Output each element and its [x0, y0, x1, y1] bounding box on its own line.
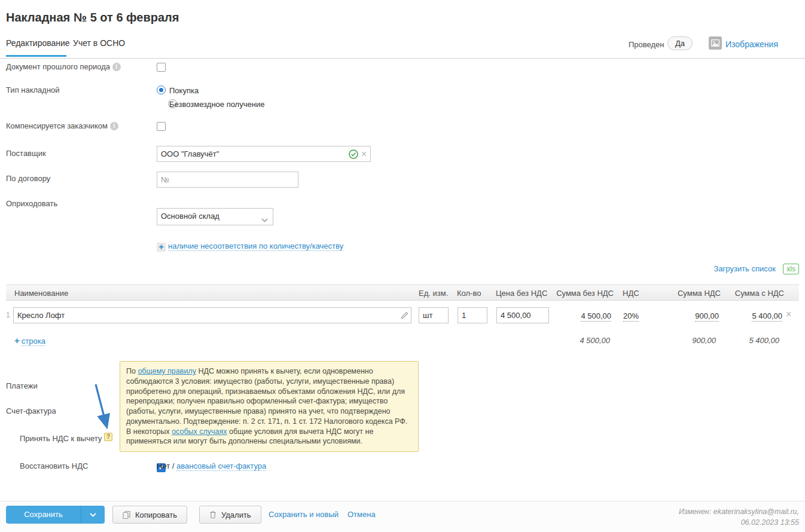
special-cases-link[interactable]: особых случаях	[172, 427, 227, 436]
tooltip-text: НДС можно принять к вычету, если одновре…	[126, 367, 407, 436]
delete-button-label: Удалить	[221, 510, 251, 519]
radio-purchase[interactable]	[157, 85, 166, 94]
footer-bar: Сохранить Копировать Удалить Сохранить и…	[0, 501, 805, 532]
plus-icon: +	[14, 335, 20, 346]
compensated-checkbox[interactable]	[157, 122, 166, 131]
invoice-edit-page: Накладная № 5 от 6 февраля Редактировани…	[0, 0, 805, 532]
radio-purchase-label[interactable]: Покупка	[169, 86, 199, 95]
vat-rate-value[interactable]: 20%	[623, 311, 639, 322]
unit-input[interactable]	[419, 307, 449, 323]
supplier-clear-icon[interactable]: ×	[361, 149, 367, 159]
posted-status-label: Проведен	[629, 40, 664, 49]
past-period-label: Документ прошлого периода i	[6, 62, 121, 71]
header-divider	[0, 58, 805, 59]
vat-sum-cell[interactable]: 900,00	[659, 310, 719, 321]
plus-icon: +	[157, 243, 166, 252]
tab-osno-accounting[interactable]: Учет в ОСНО	[73, 38, 125, 48]
sum-with-vat-cell[interactable]: 5 400,00	[722, 310, 782, 321]
mismatch-link[interactable]: наличие несоответствия по количеству/кач…	[168, 241, 343, 251]
general-rule-link[interactable]: общему правилу	[138, 367, 196, 375]
past-period-label-text: Документ прошлого периода	[6, 62, 110, 71]
col-header-vat: НДС	[623, 289, 639, 298]
info-icon[interactable]: i	[110, 122, 118, 130]
annotation-arrow-icon	[90, 383, 117, 435]
sum-no-vat-value[interactable]: 4 500,00	[581, 311, 611, 322]
save-button[interactable]: Сохранить	[6, 506, 81, 524]
contract-number-input[interactable]	[157, 172, 298, 188]
col-header-sum-no-vat: Сумма без НДС	[548, 289, 614, 298]
vat-restore-value-row: Нет / авансовый счет-фактура	[157, 461, 266, 470]
upload-row: Загрузить список xls	[0, 263, 799, 274]
contract-label: По договору	[6, 174, 50, 183]
invoice-type-label: Тип накладной	[6, 85, 60, 94]
save-and-new-link[interactable]: Сохранить и новый	[269, 510, 339, 519]
posted-status-button[interactable]: Да	[667, 36, 693, 50]
vat-restore-label: Восстановить НДС	[20, 461, 88, 470]
col-header-unit: Ед. изм.	[419, 289, 448, 298]
advance-invoice-link[interactable]: авансовый счет-фактура	[176, 461, 266, 471]
save-dropdown-toggle[interactable]	[81, 506, 105, 524]
qty-input[interactable]	[458, 307, 487, 323]
tooltip-text: По	[126, 367, 138, 375]
active-tab-indicator	[6, 55, 66, 57]
warehouse-select[interactable]: Основной склад	[157, 208, 273, 225]
vat-rate-cell[interactable]: 20%	[623, 310, 639, 321]
page-title: Накладная № 5 от 6 февраля	[6, 11, 179, 25]
add-row[interactable]: +строка	[14, 335, 45, 346]
total-sum-no-vat: 4 500,00	[550, 336, 610, 345]
price-input[interactable]	[496, 307, 549, 323]
sum-with-vat-value[interactable]: 5 400,00	[752, 311, 782, 322]
table-header: Наименование Ед. изм. Кол-во Цена без НД…	[6, 285, 799, 301]
info-icon[interactable]: i	[112, 63, 121, 71]
radio-gratuitous-label[interactable]: Безвозмездное получение	[169, 100, 264, 109]
item-name-input[interactable]	[13, 307, 411, 323]
help-icon[interactable]: ?	[104, 433, 112, 441]
supplier-valid-icon	[349, 149, 358, 161]
warehouse-select-value: Основной склад	[161, 212, 219, 221]
total-vat-sum: 900,00	[656, 336, 716, 345]
xls-badge[interactable]: xls	[783, 264, 799, 274]
vat-deduction-tooltip: По общему правилу НДС можно принять к вы…	[120, 361, 419, 452]
vat-deduct-label: Принять НДС к вычету	[20, 434, 102, 443]
total-sum-with-vat: 5 400,00	[719, 336, 779, 345]
modified-by: Изменен: ekaterinaksylina@mail.ru,	[608, 506, 799, 517]
col-header-sum-with-vat: Сумма с НДС	[724, 289, 784, 298]
images-link[interactable]: Изображения	[725, 39, 778, 49]
copy-button-label: Копировать	[135, 510, 177, 519]
compensated-label: Компенсируется заказчиком i	[6, 121, 118, 130]
chevron-down-icon	[90, 513, 96, 517]
col-header-name: Наименование	[14, 289, 68, 298]
supplier-label: Поставщик	[6, 149, 46, 158]
save-split-button[interactable]: Сохранить	[6, 506, 105, 524]
cancel-link[interactable]: Отмена	[347, 510, 376, 519]
row-number: 1	[6, 311, 10, 319]
delete-button[interactable]: Удалить	[199, 506, 261, 524]
mismatch-link-row[interactable]: +наличие несоответствия по количеству/ка…	[157, 240, 343, 252]
trash-icon	[209, 510, 217, 519]
modified-info: Изменен: ekaterinaksylina@mail.ru, 06.02…	[608, 506, 799, 528]
vat-restore-value: Нет /	[157, 461, 176, 470]
payments-label: Платежи	[6, 381, 38, 390]
delete-row-icon[interactable]: ×	[786, 310, 791, 319]
upload-list-link[interactable]: Загрузить список	[714, 264, 776, 273]
sum-no-vat-cell[interactable]: 4 500,00	[551, 310, 611, 321]
copy-icon	[123, 510, 130, 519]
vat-sum-value[interactable]: 900,00	[695, 311, 719, 322]
warehouse-label: Оприходовать	[6, 199, 57, 208]
copy-button[interactable]: Копировать	[112, 506, 187, 524]
image-icon[interactable]	[709, 36, 722, 50]
col-header-vat-sum: Сумма НДС	[661, 289, 721, 298]
modified-date: 06.02.2023 13:55	[608, 517, 799, 528]
col-header-price: Цена без НДС	[496, 289, 547, 298]
pencil-icon[interactable]	[401, 311, 408, 322]
invoice-factura-label: Счет-фактура	[6, 406, 56, 415]
chevron-down-icon	[261, 215, 268, 224]
picture-icon	[709, 36, 722, 50]
past-period-checkbox[interactable]	[157, 63, 166, 72]
col-header-qty: Кол-во	[457, 289, 481, 298]
add-row-link[interactable]: строка	[22, 337, 45, 346]
supplier-input[interactable]	[157, 146, 371, 162]
tab-editing[interactable]: Редактирование	[6, 38, 70, 48]
compensated-label-text: Компенсируется заказчиком	[6, 121, 108, 130]
